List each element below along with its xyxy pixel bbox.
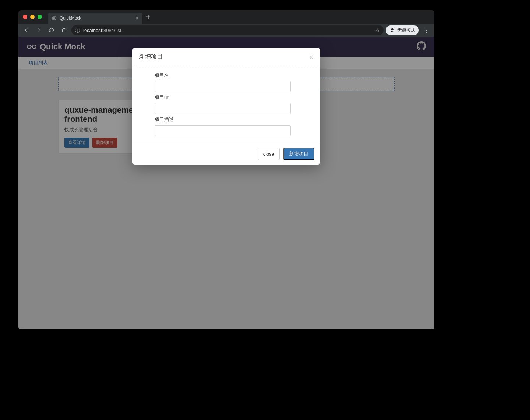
modal-body: 项目名 项目url 项目描述 <box>132 66 320 143</box>
incognito-indicator[interactable]: 无痕模式 <box>386 25 419 35</box>
nav-forward-button[interactable] <box>34 25 44 35</box>
modal-title: 新增项目 <box>139 53 163 61</box>
new-tab-button[interactable]: + <box>146 10 151 24</box>
window-maximize-button[interactable] <box>38 15 42 19</box>
project-url-input[interactable] <box>155 103 291 114</box>
tab-title: QuickMock <box>60 15 81 21</box>
bookmark-star-icon[interactable]: ☆ <box>375 28 380 33</box>
nav-home-button[interactable] <box>59 25 69 35</box>
site-info-icon[interactable]: i <box>75 28 80 33</box>
project-name-input[interactable] <box>155 81 291 92</box>
url-path: /list <box>114 28 121 33</box>
modal-header: 新增项目 × <box>132 48 320 66</box>
incognito-icon <box>389 27 395 33</box>
modal-close-icon[interactable]: × <box>309 53 314 61</box>
browser-menu-button[interactable]: ⋮ <box>421 25 431 35</box>
browser-toolbar: i localhost:8084/list ☆ 无痕模式 ⋮ <box>18 24 434 37</box>
url-port: :8084 <box>102 28 114 33</box>
browser-window: QuickMock × + i localhost:8084/list ☆ 无痕… <box>18 10 434 329</box>
window-minimize-button[interactable] <box>30 15 35 19</box>
field-label-name: 项目名 <box>155 72 314 79</box>
project-desc-input[interactable] <box>155 125 291 136</box>
url-host: localhost <box>83 28 102 33</box>
incognito-label: 无痕模式 <box>398 27 415 33</box>
tab-close-icon[interactable]: × <box>136 15 139 21</box>
nav-back-button[interactable] <box>21 25 32 35</box>
modal-close-button[interactable]: close <box>258 148 280 160</box>
modal-submit-button[interactable]: 新增项目 <box>283 148 314 160</box>
address-url: localhost:8084/list <box>83 28 121 33</box>
window-controls <box>23 15 42 19</box>
address-bar[interactable]: i localhost:8084/list ☆ <box>71 25 384 35</box>
nav-reload-button[interactable] <box>46 25 57 35</box>
window-close-button[interactable] <box>23 15 27 19</box>
field-label-url: 项目url <box>155 94 314 101</box>
page-viewport: Quick Mock 项目列表 quxue-management-fronten… <box>18 37 434 329</box>
field-label-desc: 项目描述 <box>155 116 314 123</box>
window-titlebar: QuickMock × + <box>18 10 434 24</box>
modal-footer: close 新增项目 <box>132 143 320 165</box>
browser-tab[interactable]: QuickMock × <box>48 13 142 24</box>
globe-icon <box>52 15 57 21</box>
add-project-modal: 新增项目 × 项目名 项目url 项目描述 close 新增项 <box>132 48 320 165</box>
